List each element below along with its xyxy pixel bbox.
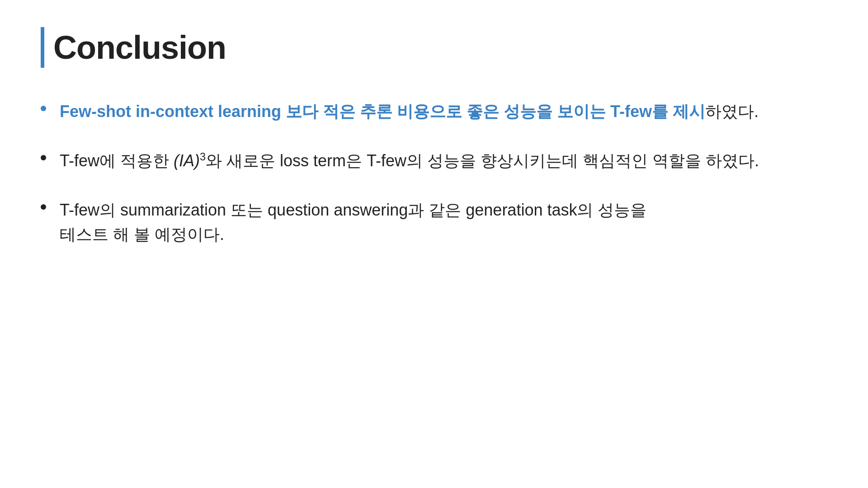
bullet2-italic: (IA) (174, 151, 200, 170)
bullet2-superscript: 3 (200, 151, 206, 163)
bullet3-line1: T-few의 summarization 또는 question answeri… (60, 201, 646, 219)
bullet-dot-3 (41, 204, 46, 210)
bullet-dot-2 (41, 155, 46, 160)
bullet1-highlight: Few-shot in-context learning 보다 적은 추론 비용… (60, 102, 705, 121)
bullet-dot-1 (41, 106, 46, 111)
bullet-item-1: Few-shot in-context learning 보다 적은 추론 비용… (41, 99, 827, 124)
bullet2-text-after: 와 새로운 loss term은 T-few의 성능을 향상시키는데 핵심적인 … (206, 151, 759, 170)
bullet-content-1: Few-shot in-context learning 보다 적은 추론 비용… (60, 99, 827, 124)
bullet3-line2: 테스트 해 볼 예정이다. (60, 225, 224, 244)
bullet-content-2: T-few에 적용한 (IA)3와 새로운 loss term은 T-few의 … (60, 149, 827, 173)
title-section: Conclusion (41, 27, 827, 68)
bullet2-text-before: T-few에 적용한 (60, 151, 174, 170)
slide-container: Conclusion Few-shot in-context learning … (0, 0, 868, 488)
bullet1-suffix: 하였다. (705, 102, 759, 121)
slide-title: Conclusion (53, 29, 226, 66)
bullet-list: Few-shot in-context learning 보다 적은 추론 비용… (41, 99, 827, 247)
bullet-item-3: T-few의 summarization 또는 question answeri… (41, 198, 827, 247)
bullet-item-2: T-few에 적용한 (IA)3와 새로운 loss term은 T-few의 … (41, 149, 827, 173)
bullet-content-3: T-few의 summarization 또는 question answeri… (60, 198, 827, 247)
title-accent-bar (41, 27, 44, 68)
